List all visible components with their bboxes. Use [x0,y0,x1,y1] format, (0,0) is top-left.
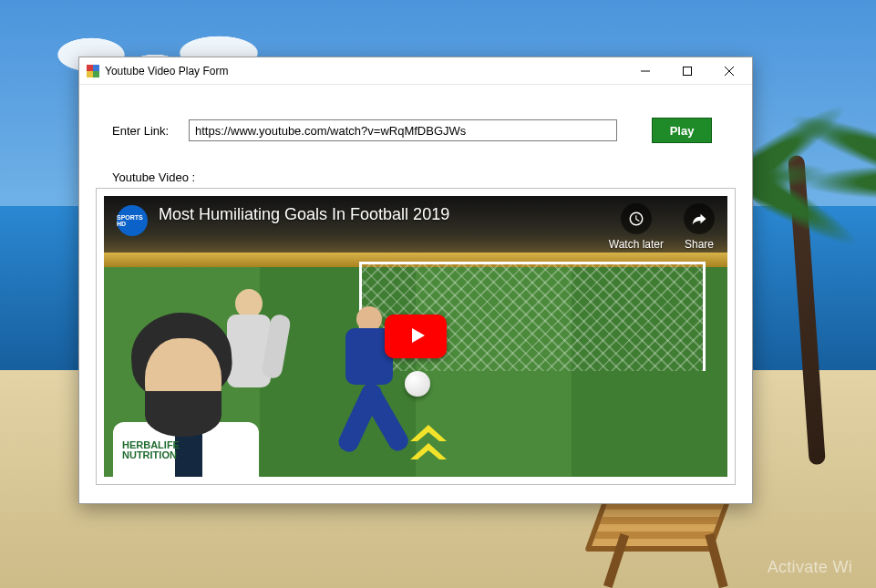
share-label: Share [685,238,714,251]
video-thumbnail-ball [405,371,430,397]
minimize-button[interactable] [624,57,666,85]
link-row: Enter Link: Play [112,118,736,143]
desktop-wallpaper-palm [748,73,858,465]
channel-avatar[interactable]: SPORTS HD [117,205,148,236]
watch-later-label: Watch later [609,238,664,251]
video-panel: HERBALIFE NUTRITION SPORTS HD Most Humil… [96,188,736,485]
app-window: Youtube Video Play Form Enter Link: Play… [78,57,753,504]
video-thumbnail-face: HERBALIFE NUTRITION [104,304,250,477]
link-label: Enter Link: [112,124,176,138]
svg-rect-0 [684,67,692,75]
close-button[interactable] [708,57,750,85]
video-thumbnail-arrow-icon [403,408,454,466]
share-button[interactable]: Share [684,203,715,251]
windows-activation-watermark: Activate Wi [768,559,852,577]
play-button[interactable]: Play [652,118,712,143]
clock-icon [621,203,652,234]
youtube-play-button[interactable] [385,315,447,358]
link-input[interactable] [189,119,617,141]
share-icon [684,203,715,234]
video-section-label: Youtube Video : [112,170,736,184]
window-controls [624,57,750,85]
jersey-text: HERBALIFE NUTRITION [122,440,180,460]
maximize-button[interactable] [666,57,708,85]
window-title: Youtube Video Play Form [105,65,228,77]
youtube-player[interactable]: HERBALIFE NUTRITION SPORTS HD Most Humil… [104,196,727,477]
app-icon [87,65,99,77]
video-title[interactable]: Most Humiliating Goals In Football 2019 [159,205,449,224]
window-client-area: Enter Link: Play Youtube Video : [79,85,752,503]
watch-later-button[interactable]: Watch later [609,203,664,251]
titlebar[interactable]: Youtube Video Play Form [79,57,752,85]
play-icon [403,325,428,349]
